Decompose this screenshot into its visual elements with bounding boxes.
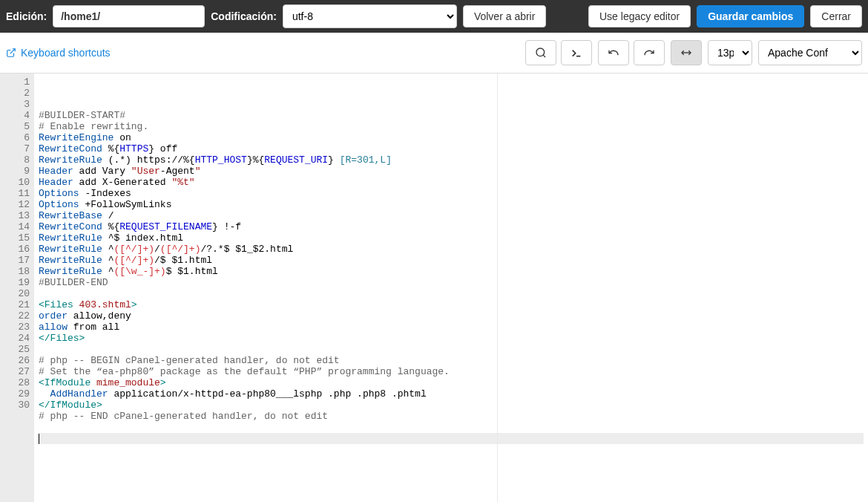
line-number: 22 — [3, 310, 30, 322]
code-line[interactable]: </IfModule> — [39, 400, 864, 411]
code-line[interactable]: AddHandler application/x-httpd-ea-php80_… — [39, 388, 864, 400]
undo-button[interactable] — [598, 40, 629, 65]
code-area[interactable]: #BUILDER-START## Enable rewriting.Rewrit… — [34, 74, 868, 502]
line-number: 3 — [3, 99, 30, 110]
redo-button[interactable] — [634, 40, 665, 65]
code-line[interactable] — [39, 344, 864, 355]
code-line[interactable]: # php -- END cPanel-generated handler, d… — [39, 411, 864, 422]
code-line[interactable]: # Set the “ea-php80” package as the defa… — [39, 366, 864, 377]
search-button[interactable] — [525, 40, 556, 65]
line-number: 26 — [3, 355, 30, 366]
code-line[interactable]: RewriteRule ^$ index.html — [39, 232, 864, 244]
path-input[interactable] — [53, 5, 205, 27]
code-line[interactable]: RewriteCond %{REQUEST_FILENAME} !-f — [39, 221, 864, 232]
legacy-editor-button[interactable]: Use legacy editor — [588, 5, 691, 27]
topbar: Edición: Codificación: utf-8 Volver a ab… — [0, 0, 868, 33]
line-number: 19 — [3, 277, 30, 288]
code-line[interactable]: Options -Indexes — [39, 188, 864, 199]
external-link-icon — [6, 48, 16, 58]
reopen-button[interactable]: Volver a abrir — [463, 5, 546, 27]
encoding-label: Codificación: — [211, 10, 277, 22]
code-line[interactable]: RewriteCond %{HTTPS} off — [39, 143, 864, 154]
line-number: 20 — [3, 288, 30, 299]
syntax-select[interactable]: Apache Conf — [758, 40, 862, 65]
line-number: 4 — [3, 110, 30, 121]
wrap-button[interactable] — [671, 40, 702, 65]
line-number: 23 — [3, 322, 30, 333]
terminal-icon — [571, 47, 582, 59]
wrap-icon — [680, 47, 692, 59]
keyboard-shortcuts-link[interactable]: Keyboard shortcuts — [6, 47, 111, 59]
line-number: 28 — [3, 377, 30, 388]
code-line[interactable]: allow from all — [39, 322, 864, 333]
code-line[interactable]: RewriteRule ^([\w_-]+)$ $1.html — [39, 266, 864, 277]
print-margin — [497, 74, 498, 502]
line-number: 2 — [3, 88, 30, 99]
line-number: 17 — [3, 255, 30, 266]
line-number: 25 — [3, 344, 30, 355]
redo-icon — [643, 47, 655, 59]
line-number: 15 — [3, 232, 30, 244]
line-number: 12 — [3, 199, 30, 210]
code-line[interactable]: RewriteBase / — [39, 210, 864, 221]
code-line[interactable]: <Files 403.shtml> — [39, 299, 864, 310]
code-line[interactable]: RewriteRule ^([^/]+)/([^/]+)/?.*$ $1_$2.… — [39, 244, 864, 255]
line-number: 14 — [3, 221, 30, 232]
code-line[interactable]: Options +FollowSymLinks — [39, 199, 864, 210]
code-line[interactable] — [39, 288, 864, 299]
toolbar: Keyboard shortcuts 13px Apache Conf — [0, 33, 868, 74]
code-line[interactable]: </Files> — [39, 333, 864, 344]
line-gutter: 1234567891011121314151617181920212223242… — [0, 74, 34, 502]
search-icon — [535, 47, 547, 59]
svg-line-2 — [543, 55, 545, 57]
line-number: 21 — [3, 299, 30, 310]
line-number: 24 — [3, 333, 30, 344]
code-line[interactable]: order allow,deny — [39, 310, 864, 322]
terminal-button[interactable] — [561, 40, 592, 65]
code-editor[interactable]: 1234567891011121314151617181920212223242… — [0, 74, 868, 502]
code-line[interactable]: RewriteRule (.*) https://%{HTTP_HOST}%{R… — [39, 154, 864, 166]
code-line[interactable]: RewriteEngine on — [39, 132, 864, 143]
code-line[interactable]: Header add X-Generated "%t" — [39, 177, 864, 188]
line-number: 5 — [3, 121, 30, 132]
line-number: 10 — [3, 177, 30, 188]
undo-icon — [608, 47, 619, 59]
code-line[interactable]: RewriteRule ^([^/]+)/$ $1.html — [39, 255, 864, 266]
fontsize-select[interactable]: 13px — [708, 40, 752, 65]
keyboard-shortcuts-label: Keyboard shortcuts — [21, 47, 111, 59]
line-number: 13 — [3, 210, 30, 221]
code-line[interactable]: #BUILDER-END — [39, 277, 864, 288]
close-button[interactable]: Cerrar — [810, 5, 862, 27]
line-number: 11 — [3, 188, 30, 199]
line-number: 8 — [3, 154, 30, 166]
encoding-select[interactable]: utf-8 — [283, 4, 457, 28]
line-number: 16 — [3, 244, 30, 255]
line-number: 18 — [3, 266, 30, 277]
line-number: 9 — [3, 166, 30, 177]
svg-point-1 — [536, 48, 545, 56]
code-line[interactable] — [39, 433, 864, 444]
line-number: 30 — [3, 400, 30, 411]
code-line[interactable]: #BUILDER-START# — [39, 110, 864, 121]
line-number: 27 — [3, 366, 30, 377]
line-number: 7 — [3, 143, 30, 154]
save-button[interactable]: Guardar cambios — [697, 5, 804, 27]
line-number: 29 — [3, 388, 30, 400]
code-line[interactable] — [39, 422, 864, 433]
code-line[interactable]: Header add Vary "User-Agent" — [39, 166, 864, 177]
code-line[interactable]: <IfModule mime_module> — [39, 377, 864, 388]
svg-line-0 — [10, 49, 15, 53]
line-number: 1 — [3, 76, 30, 88]
code-line[interactable]: # php -- BEGIN cPanel-generated handler,… — [39, 355, 864, 366]
edit-label: Edición: — [6, 10, 47, 22]
code-line[interactable]: # Enable rewriting. — [39, 121, 864, 132]
line-number: 6 — [3, 132, 30, 143]
